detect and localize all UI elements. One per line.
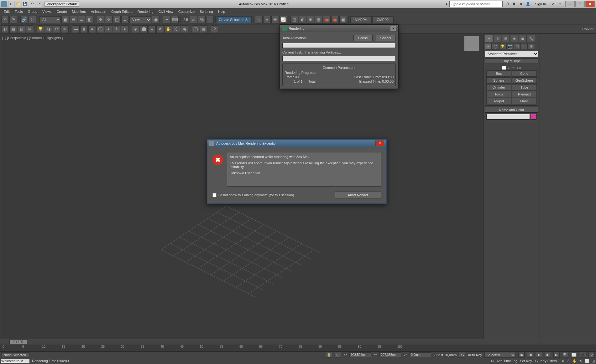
layer-icon[interactable]: ☰ [271,16,279,23]
spacewarps-subtab-icon[interactable]: 〰 [521,43,528,49]
tb2-1-icon[interactable]: ◐ [1,25,9,33]
maximize-viewport-icon[interactable]: ⬜ [585,359,589,363]
coord-z[interactable]: 0,0mm [409,352,431,357]
tb2-8-icon[interactable]: ⚛ [61,25,69,33]
qat-save-icon[interactable]: 💾 [22,1,28,7]
menu-help[interactable]: Help [216,9,228,14]
angle-snap-icon[interactable]: ∠ [190,16,197,23]
dont-show-checkbox[interactable] [212,193,217,197]
isolate-icon[interactable]: ◫ [335,352,341,358]
subscription-icon[interactable]: ⬡ [505,1,510,7]
viewport-label[interactable]: [+] [Perspective ] [Smooth + Highlights … [2,36,63,40]
orbit-icon[interactable]: ⟲ [579,359,582,363]
render-active-icon[interactable]: ▣ [339,16,347,23]
placement-icon[interactable]: ⬙ [121,16,129,23]
tb2-3-icon[interactable]: ▥ [18,25,25,33]
exception-dialog-close[interactable]: ✕ [375,141,384,146]
manipulate-icon[interactable]: ✦ [163,16,170,23]
tb2-16-icon[interactable]: ◈ [132,25,139,33]
geometry-subtab-icon[interactable]: ● [485,43,492,49]
exchange-icon[interactable]: ✖ [511,1,517,7]
window-crossing-icon[interactable]: ◧ [86,16,93,23]
tb2-13-icon[interactable]: ▲ [105,25,112,33]
tb2-22-icon[interactable]: ◉ [181,25,188,33]
maximize-button[interactable]: □ [575,1,585,7]
utilities-tab-icon[interactable]: 🔧 [527,35,535,42]
scale-icon[interactable]: ◫ [113,16,121,23]
signin-button[interactable]: Sign In [533,2,548,7]
menu-animation[interactable]: Animation [88,9,109,14]
tb2-sun-icon[interactable]: ☀ [113,25,120,33]
geosphere-button[interactable]: GeoSphere [512,77,537,84]
percent-snap-icon[interactable]: % [198,16,206,23]
add-time-tag[interactable]: Add Time Tag [496,359,517,363]
select-region-icon[interactable]: ▭ [78,16,85,23]
exception-dialog-titlebar[interactable]: Autodesk 3ds Max Rendering Exception ✕ [207,140,386,147]
torus-button[interactable]: Torus [486,91,511,97]
setkey-button[interactable]: Set Key [520,359,532,363]
menu-modifiers[interactable]: Modifiers [69,9,88,14]
systems-subtab-icon[interactable]: ⚙ [528,43,535,49]
tb2-light-icon[interactable]: 💡 [37,25,44,33]
ref-coord-select[interactable]: View [129,16,151,23]
fov-icon[interactable]: ◿ [588,352,595,358]
rotate-icon[interactable]: ⟳ [105,16,112,23]
select-name-icon[interactable]: ☰ [70,16,77,23]
tb2-19-icon[interactable]: ❋ [156,25,164,33]
time-config-icon[interactable]: ⏱ [567,359,570,363]
workspace-selector[interactable]: Workspace: Default [44,2,79,7]
cancel-button[interactable]: Cancel [376,35,396,41]
rollout-head-2[interactable]: Name and Color [485,107,538,113]
next-frame-icon[interactable]: ▶ [545,352,551,358]
box-button[interactable]: Box [486,70,511,77]
qat-open-icon[interactable]: 📂 [15,1,21,7]
tb2-11-icon[interactable]: ● [88,25,96,33]
rendering-dialog-titlebar[interactable]: Rendering ✕ [280,25,398,32]
cone-button[interactable]: Cone [512,70,537,77]
cameras-subtab-icon[interactable]: 📷 [506,43,513,49]
rendering-dialog-close[interactable]: ✕ [390,26,396,31]
coord-y[interactable]: 207,385mm [379,352,401,357]
lights-subtab-icon[interactable]: 💡 [499,43,506,49]
pause-button[interactable]: Pause [353,35,373,41]
goto-start-icon[interactable]: ⏮ [518,352,525,358]
rollout-head[interactable]: Object Type [485,59,538,64]
move-icon[interactable]: ✥ [97,16,104,23]
time-slider-thumb[interactable]: 0 / 100 [9,340,27,344]
play-icon[interactable]: ▶ [536,352,542,358]
favorites-icon[interactable]: ★ [518,1,524,7]
render-iterative-icon[interactable]: 🫖 [331,16,339,23]
time-slider[interactable]: 0 / 100 [0,339,596,345]
qat-undo-icon[interactable]: ↶ [29,1,35,7]
copitor-label[interactable]: Copitor [581,27,595,31]
tb2-20-icon[interactable]: ✋ [165,25,172,33]
align-icon[interactable]: ≡ [263,16,271,23]
pan-icon[interactable]: ✋ [572,359,577,363]
viewcube[interactable] [464,36,479,51]
color-swatch[interactable] [531,114,536,120]
category-select[interactable]: Standard Primitives [485,51,538,57]
tb2-24-icon[interactable]: ▦ [200,25,207,33]
common-params-head[interactable]: Common Parameters [285,66,394,69]
menu-views[interactable]: Views [40,9,54,14]
menu-customize[interactable]: Customize [176,9,197,14]
zoom-extents-icon[interactable]: ⬛ [580,352,586,358]
zoom-icon[interactable]: 🔍 [562,352,568,358]
prev-frame-icon[interactable]: ◀ [527,352,533,358]
setkey-icon[interactable]: 🗝 [535,359,538,363]
tb2-7-icon[interactable]: ⟳ [53,25,60,33]
cylinder-button[interactable]: Cylinder [486,84,511,90]
keyboard-shortcut-icon[interactable]: ⌨ [171,16,179,23]
qat-new-icon[interactable]: 🗋 [8,1,14,7]
render-production-icon[interactable]: 🫖 [323,16,331,23]
custom-btn-1[interactable]: VMPP4 [350,16,371,23]
modify-tab-icon[interactable]: ◫ [493,35,501,42]
rendered-frame-icon[interactable]: ▦ [315,16,322,23]
menu-create[interactable]: Create [54,9,69,14]
display-tab-icon[interactable]: ▣ [519,35,527,42]
keyfilters-button[interactable]: Key Filters... [541,359,560,363]
helpers-subtab-icon[interactable]: ◫ [514,43,520,49]
create-tab-icon[interactable]: ✦ [485,35,493,42]
tb2-12-icon[interactable]: ◯ [97,25,104,33]
help-icon[interactable]: ? [557,1,563,7]
